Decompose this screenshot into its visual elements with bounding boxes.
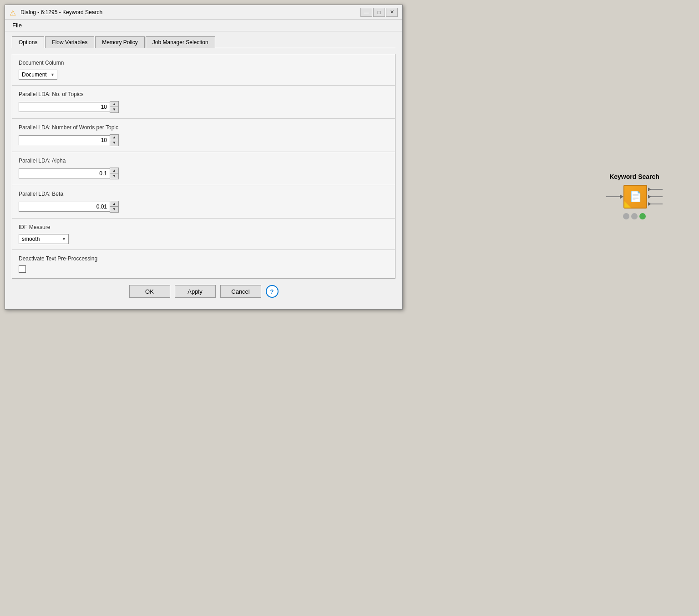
file-menu[interactable]: File xyxy=(10,21,25,30)
status-dot-1 xyxy=(623,213,629,219)
status-dot-3 xyxy=(639,213,646,219)
desktop: ⚠ Dialog - 6:1295 - Keyword Search — □ ✕… xyxy=(0,0,699,616)
menu-bar: File xyxy=(5,20,402,31)
tab-job-manager[interactable]: Job Manager Selection xyxy=(146,36,215,48)
help-button[interactable]: ? xyxy=(266,285,279,298)
deactivate-preprocessing-section: Deactivate Text Pre-Proccessing xyxy=(12,250,395,278)
node-badge-icon xyxy=(624,201,631,208)
dialog-title: Dialog - 6:1295 - Keyword Search xyxy=(20,9,102,15)
lda-words-input[interactable]: 10 xyxy=(19,135,110,145)
node-area: Keyword Search 📄 xyxy=(606,173,663,219)
warning-icon: ⚠ xyxy=(10,9,17,16)
right-line-3 xyxy=(651,204,663,204)
right-arrow-2-icon xyxy=(648,195,651,199)
right-arrow-1-icon xyxy=(648,188,651,191)
lda-topics-up-button[interactable]: ▲ xyxy=(110,102,118,107)
tab-flow-variables[interactable]: Flow Variables xyxy=(45,36,94,48)
lda-topics-down-button[interactable]: ▼ xyxy=(110,107,118,112)
lda-topics-spinner-buttons: ▲ ▼ xyxy=(110,101,119,113)
right-connectors xyxy=(648,188,663,206)
lda-beta-spinner-buttons: ▲ ▼ xyxy=(110,201,119,213)
right-connector-1 xyxy=(648,188,663,191)
node-title: Keyword Search xyxy=(609,173,659,180)
lda-beta-up-button[interactable]: ▲ xyxy=(110,201,118,207)
lda-words-label: Parallel LDA: Number of Words per Topic xyxy=(19,124,389,131)
minimize-button[interactable]: — xyxy=(360,8,372,17)
lda-alpha-section: Parallel LDA: Alpha 0.1 ▲ ▼ xyxy=(12,152,395,185)
dialog-content: Options Flow Variables Memory Policy Job… xyxy=(5,31,402,309)
lda-beta-input[interactable]: 0.01 xyxy=(19,202,110,212)
lda-words-up-button[interactable]: ▲ xyxy=(110,135,118,140)
title-bar-buttons: — □ ✕ xyxy=(360,8,398,17)
idf-measure-label: IDF Measure xyxy=(19,224,389,230)
lda-beta-down-button[interactable]: ▼ xyxy=(110,207,118,212)
options-panel: Document Column Document Parallel LDA: N… xyxy=(12,54,395,279)
lda-alpha-down-button[interactable]: ▼ xyxy=(110,173,118,179)
title-bar: ⚠ Dialog - 6:1295 - Keyword Search — □ ✕ xyxy=(5,5,402,20)
right-line-2 xyxy=(651,196,663,197)
lda-words-down-button[interactable]: ▼ xyxy=(110,140,118,146)
document-column-select[interactable]: Document xyxy=(19,70,57,80)
left-line xyxy=(606,196,620,197)
left-arrow-icon xyxy=(620,194,623,199)
lda-topics-label: Parallel LDA: No. of Topics xyxy=(19,91,389,97)
status-dot-2 xyxy=(631,213,638,219)
lda-words-spinner: 10 ▲ ▼ xyxy=(19,134,389,146)
keyword-search-node[interactable]: 📄 xyxy=(623,185,647,209)
close-button[interactable]: ✕ xyxy=(386,8,398,17)
maximize-button[interactable]: □ xyxy=(373,8,385,17)
right-connector-2 xyxy=(648,195,663,199)
deactivate-preprocessing-checkbox[interactable] xyxy=(19,265,26,273)
lda-words-spinner-buttons: ▲ ▼ xyxy=(110,134,119,146)
lda-beta-spinner: 0.01 ▲ ▼ xyxy=(19,201,389,213)
tabs: Options Flow Variables Memory Policy Job… xyxy=(12,36,395,48)
deactivate-preprocessing-label: Deactivate Text Pre-Proccessing xyxy=(19,255,389,262)
node-status xyxy=(623,213,646,219)
apply-button[interactable]: Apply xyxy=(175,285,216,298)
lda-beta-section: Parallel LDA: Beta 0.01 ▲ ▼ xyxy=(12,185,395,219)
lda-alpha-spinner-buttons: ▲ ▼ xyxy=(110,168,119,179)
tab-memory-policy[interactable]: Memory Policy xyxy=(95,36,145,48)
idf-measure-section: IDF Measure smooth standard probabilisti… xyxy=(12,219,395,250)
lda-topics-section: Parallel LDA: No. of Topics 10 ▲ ▼ xyxy=(12,86,395,119)
lda-topics-input[interactable]: 10 xyxy=(19,102,110,112)
idf-measure-dropdown-wrap: smooth standard probabilistic xyxy=(19,234,69,244)
left-connector xyxy=(606,194,623,199)
node-document-icon: 📄 xyxy=(629,191,642,203)
lda-alpha-up-button[interactable]: ▲ xyxy=(110,168,118,173)
lda-alpha-label: Parallel LDA: Alpha xyxy=(19,158,389,164)
right-arrow-3-icon xyxy=(648,202,651,206)
title-bar-left: ⚠ Dialog - 6:1295 - Keyword Search xyxy=(10,9,102,16)
lda-beta-label: Parallel LDA: Beta xyxy=(19,191,389,197)
lda-words-section: Parallel LDA: Number of Words per Topic … xyxy=(12,119,395,152)
dialog-footer: OK Apply Cancel ? xyxy=(12,279,395,302)
idf-measure-select[interactable]: smooth standard probabilistic xyxy=(19,234,69,244)
lda-topics-spinner: 10 ▲ ▼ xyxy=(19,101,389,113)
document-column-section: Document Column Document xyxy=(12,54,395,86)
lda-alpha-input[interactable]: 0.1 xyxy=(19,168,110,178)
ok-button[interactable]: OK xyxy=(129,285,170,298)
lda-alpha-spinner: 0.1 ▲ ▼ xyxy=(19,168,389,179)
document-column-label: Document Column xyxy=(19,60,389,66)
right-connector-3 xyxy=(648,202,663,206)
right-line-1 xyxy=(651,189,663,190)
tab-options[interactable]: Options xyxy=(12,36,44,48)
deactivate-preprocessing-checkbox-wrap xyxy=(19,265,389,273)
dialog-window: ⚠ Dialog - 6:1295 - Keyword Search — □ ✕… xyxy=(5,5,403,310)
node-diagram: 📄 xyxy=(606,185,663,209)
cancel-button[interactable]: Cancel xyxy=(220,285,261,298)
document-column-dropdown-wrap: Document xyxy=(19,70,57,80)
